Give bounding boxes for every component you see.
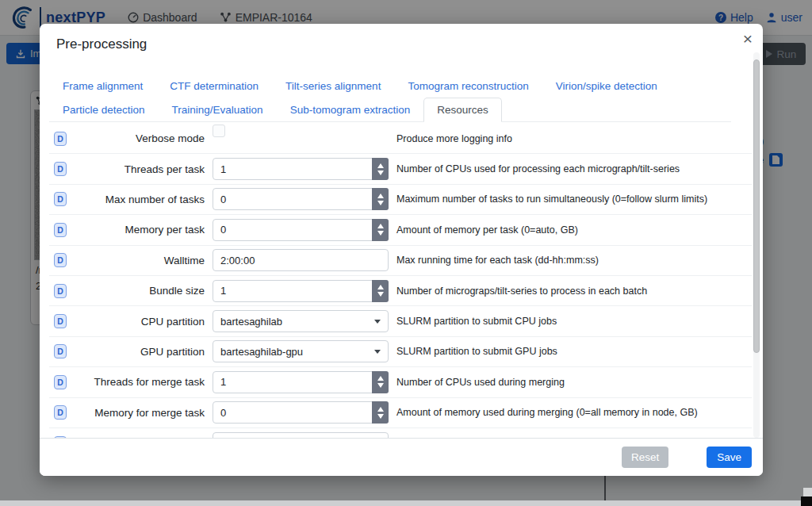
memory-per-task-input[interactable]	[213, 219, 389, 241]
default-badge: D	[54, 132, 67, 146]
field-label: Threads per task	[73, 163, 205, 175]
spinner-up-icon	[377, 224, 384, 228]
spinner-control[interactable]	[372, 280, 389, 302]
tab-sub-tomogram-extraction[interactable]: Sub-tomogram extraction	[277, 98, 424, 122]
close-icon[interactable]: ×	[743, 30, 753, 47]
tab-resources[interactable]: Resources	[423, 98, 502, 122]
scrollbar-corner-light	[803, 488, 812, 496]
form-row-max-number-of-tasks: D Max number of tasks Maximum number of …	[49, 185, 752, 215]
form-row-bundle-size: D Bundle size Number of micrograps/tilt-…	[49, 276, 752, 306]
form-row-threads-for-merge-task: D Threads for merge task Number of CPUs …	[49, 367, 752, 397]
partial-row-input[interactable]	[213, 432, 389, 438]
scrollbar-corner-dark	[801, 496, 812, 506]
spinner-up-icon	[377, 194, 384, 198]
field-description: Amount of memory used during merging (0=…	[396, 407, 698, 418]
default-badge: D	[54, 284, 67, 298]
tab-tilt-series-alignment[interactable]: Tilt-series alignment	[272, 74, 394, 98]
field-label: Max number of tasks	[73, 194, 205, 205]
gpu-partition-select[interactable]: bartesaghilab-gpu	[213, 340, 389, 362]
field-label: GPU partition	[73, 346, 205, 358]
cpu-partition-select[interactable]: bartesaghilab	[213, 310, 389, 332]
field-description: Amount of memory per task (0=auto, GB)	[396, 224, 578, 236]
field-label: Bundle size	[73, 285, 205, 297]
preprocessing-modal: Pre-processing × Frame alignment CTF det…	[40, 24, 763, 476]
spinner-up-icon	[377, 163, 384, 168]
field-label: Verbose mode	[73, 132, 205, 144]
page-bottom-strip	[0, 500, 812, 506]
form-row-gpu-partition: D GPU partition bartesaghilab-gpu SLURM …	[49, 337, 752, 367]
spinner-down-icon	[377, 201, 384, 205]
spinner-down-icon	[377, 171, 384, 175]
scrollbar-thumb[interactable]	[753, 59, 760, 353]
default-badge: D	[54, 314, 67, 328]
tab-tomogram-reconstruction[interactable]: Tomogram reconstruction	[394, 74, 542, 98]
form-row-verbose-mode: D Verbose mode Produce more logging info	[49, 124, 752, 154]
field-label: Threads for merge task	[73, 376, 205, 388]
default-badge: D	[54, 405, 67, 420]
form-row-cpu-partition: D CPU partition bartesaghilab SLURM part…	[49, 306, 752, 336]
field-label: CPU partition	[73, 316, 205, 328]
threads-per-task-input[interactable]	[213, 158, 389, 180]
max-tasks-input[interactable]	[213, 188, 389, 210]
app-root: nextPYP Dashboard EMPIAR-10164 ? Help	[0, 0, 812, 506]
default-badge: D	[54, 192, 67, 206]
save-button[interactable]: Save	[707, 447, 752, 468]
modal-scrollbar[interactable]	[753, 52, 760, 438]
field-label: Memory per task	[73, 224, 205, 236]
tab-virion-spike-detection[interactable]: Virion/spike detection	[542, 74, 671, 98]
default-badge: D	[54, 162, 67, 176]
tab-training-evaluation[interactable]: Training/Evaluation	[159, 98, 277, 122]
field-label: Walltime	[73, 255, 205, 266]
spinner-up-icon	[377, 407, 384, 412]
spinner-up-icon	[377, 285, 384, 289]
field-description: Produce more logging info	[396, 133, 512, 144]
field-description: SLURM partition to submit GPU jobs	[396, 346, 557, 357]
spinner-control[interactable]	[372, 188, 389, 210]
spinner-down-icon	[377, 383, 384, 388]
settings-form: D Verbose mode Produce more logging info…	[49, 124, 752, 438]
settings-tabs: Frame alignment CTF determination Tilt-s…	[49, 74, 731, 122]
tab-ctf-determination[interactable]: CTF determination	[156, 74, 272, 98]
spinner-up-icon	[377, 376, 384, 381]
cpu-partition-value: bartesaghilab	[220, 316, 282, 328]
form-row-partial: D	[49, 428, 752, 438]
tab-frame-alignment[interactable]: Frame alignment	[49, 74, 156, 98]
spinner-down-icon	[377, 231, 384, 236]
default-badge: D	[54, 223, 67, 237]
reset-button[interactable]: Reset	[622, 447, 668, 468]
walltime-input[interactable]	[213, 249, 389, 271]
spinner-control[interactable]	[372, 158, 389, 180]
default-badge: D	[54, 344, 67, 358]
form-row-memory-for-merge-task: D Memory for merge task Amount of memory…	[49, 398, 752, 428]
spinner-down-icon	[377, 414, 384, 419]
default-badge: D	[54, 375, 67, 389]
verbose-mode-checkbox[interactable]	[213, 125, 225, 137]
field-description: Number of micrograps/tilt-series to proc…	[396, 286, 647, 297]
form-row-walltime: D Walltime Max running time for each tas…	[49, 246, 752, 276]
field-description: Number of CPUs used for processing each …	[396, 163, 680, 174]
spinner-control[interactable]	[372, 401, 389, 424]
field-description: Number of CPUs used during merging	[396, 377, 565, 388]
field-description: SLURM partition to submit CPU jobs	[396, 316, 557, 327]
chevron-down-icon	[374, 350, 381, 354]
chevron-down-icon	[374, 320, 381, 324]
merge-memory-input[interactable]	[213, 401, 389, 424]
form-row-memory-per-task: D Memory per task Amount of memory per t…	[49, 215, 752, 245]
field-description: Maximum number of tasks to run simultane…	[396, 194, 707, 205]
spinner-control[interactable]	[372, 371, 389, 393]
default-badge: D	[54, 253, 67, 267]
bundle-size-input[interactable]	[213, 280, 389, 302]
form-row-threads-per-task: D Threads per task Number of CPUs used f…	[49, 154, 752, 184]
tab-particle-detection[interactable]: Particle detection	[49, 98, 159, 122]
spinner-control[interactable]	[372, 219, 389, 241]
modal-footer: Reset Save	[40, 438, 763, 476]
merge-threads-input[interactable]	[213, 371, 389, 393]
gpu-partition-value: bartesaghilab-gpu	[220, 346, 303, 358]
modal-title: Pre-processing	[56, 36, 147, 52]
spinner-down-icon	[377, 292, 384, 297]
field-description: Max running time for each task (dd-hh:mm…	[396, 255, 599, 266]
field-label: Memory for merge task	[73, 407, 205, 419]
